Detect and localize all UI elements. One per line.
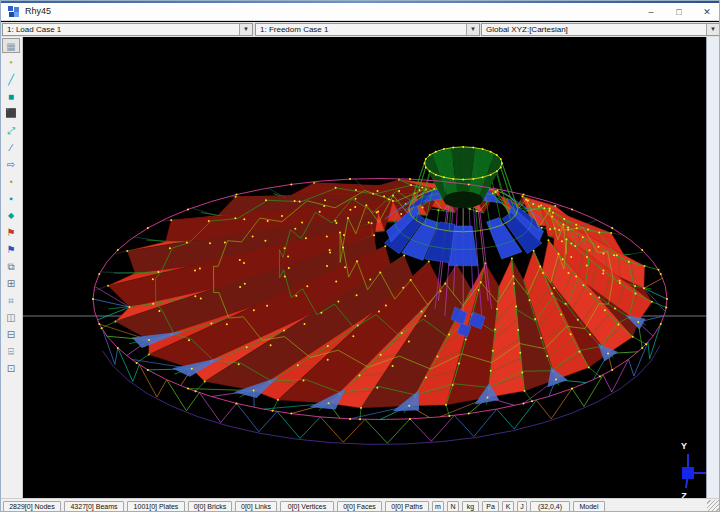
link-icon-glyph: ⤢ [2,123,20,138]
load-point-icon[interactable]: ● [2,174,20,189]
flag-blue-icon[interactable]: ⚑ [2,242,20,257]
axis-label-y: Y [681,441,687,451]
load-case-dropdown[interactable]: 1: Load Case 1 ▼ [2,23,253,36]
flag-red-icon[interactable]: ⚑ [2,225,20,240]
beam-icon[interactable]: ╱ [2,72,20,87]
status-cell-1001-0-plates[interactable]: 1001[0] Plates [127,501,185,512]
model-3d-scene: YXZ [23,37,706,498]
load-point-icon-glyph: ● [2,174,20,189]
entity-toolbar: ▦●╱■⬛⤢∕⇨●▪◆⚑⚑⧉⊞⌗◫⊟⌸⊡ [1,37,23,498]
hide-entity-icon[interactable]: ⊟ [2,327,20,342]
flag-blue-icon-glyph: ⚑ [2,242,20,257]
status-cell-0-0-bricks[interactable]: 0[0] Bricks [188,501,232,512]
face-icon-glyph: ⇨ [2,157,20,172]
select-group-icon-glyph: ⌗ [2,293,20,308]
status-cell-2829-0-nodes[interactable]: 2829[0] Nodes [3,501,61,512]
brick-icon-glyph: ⬛ [2,106,20,121]
status-cell--32-0-4-[interactable]: (32,0,4) [530,501,570,512]
zoom-box-icon-glyph: ⊡ [2,361,20,376]
plate-icon[interactable]: ■ [2,89,20,104]
status-cell-4327-0-beams[interactable]: 4327[0] Beams [64,501,124,512]
status-cell-0-0-links[interactable]: 0[0] Links [235,501,277,512]
select-group-icon[interactable]: ⌗ [2,293,20,308]
hide-entity-icon-glyph: ⊟ [2,327,20,342]
app-window: Rhy45 – □ ✕ 1: Load Case 1 ▼ 1: Freedom … [0,0,720,512]
minimize-button[interactable]: – [637,3,665,22]
table-icon-glyph: ⊞ [2,276,20,291]
status-cell-m[interactable]: m [432,501,444,512]
load-case-dropdown-arrow[interactable]: ▼ [239,24,252,35]
select-region-icon[interactable]: ◫ [2,310,20,325]
beam-icon-glyph: ╱ [2,72,20,87]
grid-icon-glyph: ▦ [3,39,19,54]
plate-select-icon-glyph: ▪ [2,191,20,206]
face-icon[interactable]: ⇨ [2,157,20,172]
status-cell-kg[interactable]: kg [462,501,479,512]
status-bar: 2829[0] Nodes4327[0] Beams1001[0] Plates… [1,498,720,512]
brick-icon[interactable]: ⬛ [2,106,20,121]
model-viewport[interactable]: YXZ [23,37,706,498]
resize-grip[interactable] [707,500,719,512]
status-cell-0-0-vertices[interactable]: 0[0] Vertices [280,501,334,512]
status-cell-k[interactable]: K [502,501,514,512]
vertex-icon[interactable]: ∕ [2,140,20,155]
status-cell-model[interactable]: Model [573,501,605,512]
window-title: Rhy45 [25,6,51,16]
status-cell-n[interactable]: N [447,501,459,512]
coord-system-dropdown-arrow[interactable]: ▼ [706,24,719,35]
load-case-value: 1: Load Case 1 [7,25,61,34]
plate-icon-glyph: ■ [2,89,20,104]
node-icon-glyph: ● [2,55,20,70]
maximize-button[interactable]: □ [665,3,693,22]
plate-select-icon[interactable]: ▪ [2,191,20,206]
show-entity-icon[interactable]: ⌸ [2,344,20,359]
table-icon[interactable]: ⊞ [2,276,20,291]
grid-icon[interactable]: ▦ [2,38,20,53]
zoom-box-icon[interactable]: ⊡ [2,361,20,376]
status-cell-0-0-paths[interactable]: 0[0] Paths [385,501,429,512]
show-entity-icon-glyph: ⌸ [2,344,20,359]
app-icon [8,6,20,18]
freedom-case-dropdown-arrow[interactable]: ▼ [466,24,479,35]
status-cell-0-0-faces[interactable]: 0[0] Faces [337,501,382,512]
node-icon[interactable]: ● [2,55,20,70]
close-button[interactable]: ✕ [693,3,720,22]
status-cell-j[interactable]: J [517,501,527,512]
freedom-case-value: 1: Freedom Case 1 [260,25,328,34]
diamond-icon-glyph: ◆ [2,208,20,223]
diamond-icon[interactable]: ◆ [2,208,20,223]
coord-system-value: Global XYZ:[Cartesian] [486,25,568,34]
case-toolbar: 1: Load Case 1 ▼ 1: Freedom Case 1 ▼ Glo… [1,22,720,37]
link-icon[interactable]: ⤢ [2,123,20,138]
vertex-icon-glyph: ∕ [2,140,20,155]
window-right-border [706,37,720,498]
select-region-icon-glyph: ◫ [2,310,20,325]
flag-red-icon-glyph: ⚑ [2,225,20,240]
coord-system-dropdown[interactable]: Global XYZ:[Cartesian] ▼ [481,23,720,36]
copy-entity-icon-glyph: ⧉ [2,259,20,274]
status-cell-pa[interactable]: Pa [482,501,499,512]
title-bar[interactable]: Rhy45 – □ ✕ [1,3,720,21]
freedom-case-dropdown[interactable]: 1: Freedom Case 1 ▼ [255,23,480,36]
axis-label-z: Z [681,491,687,498]
copy-entity-icon[interactable]: ⧉ [2,259,20,274]
